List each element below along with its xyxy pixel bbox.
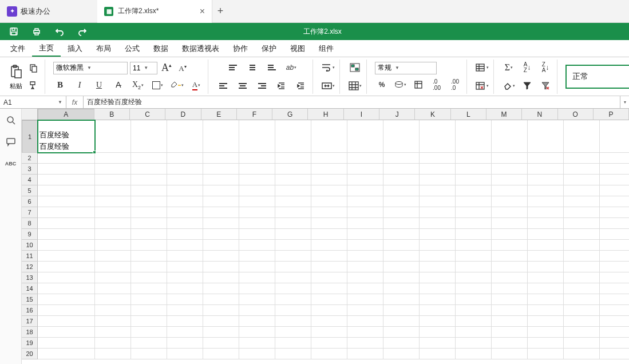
cell[interactable]: [528, 305, 564, 316]
cell[interactable]: [420, 327, 456, 338]
cell[interactable]: [95, 207, 131, 218]
cell[interactable]: [311, 251, 347, 262]
cell[interactable]: [131, 294, 167, 305]
cell[interactable]: [167, 175, 203, 185]
cell[interactable]: [456, 153, 492, 164]
cell[interactable]: [203, 196, 239, 207]
cell[interactable]: [600, 120, 629, 153]
row-header[interactable]: 12: [22, 262, 38, 272]
cell[interactable]: [167, 164, 203, 175]
save-icon[interactable]: [8, 26, 19, 37]
cell[interactable]: [275, 272, 311, 283]
cell[interactable]: [528, 229, 564, 240]
align-right-button[interactable]: [255, 79, 269, 93]
cell[interactable]: [311, 185, 347, 196]
cell[interactable]: [275, 196, 311, 207]
row-header[interactable]: 17: [22, 316, 38, 327]
cell[interactable]: [600, 349, 629, 359]
cell[interactable]: [456, 196, 492, 207]
spellcheck-icon[interactable]: ABC: [5, 158, 17, 169]
cell[interactable]: [95, 305, 131, 316]
cell[interactable]: [492, 120, 528, 153]
cell[interactable]: [383, 349, 420, 359]
cell[interactable]: [95, 272, 131, 283]
cell[interactable]: [239, 305, 275, 316]
cell[interactable]: [95, 349, 131, 359]
cell[interactable]: [95, 251, 131, 262]
cell[interactable]: [275, 240, 311, 251]
decrease-indent-button[interactable]: [275, 79, 288, 93]
cell[interactable]: [564, 283, 600, 294]
cell[interactable]: [528, 153, 564, 164]
increase-indent-button[interactable]: [294, 79, 308, 93]
cell[interactable]: [38, 338, 95, 349]
column-header[interactable]: K: [415, 109, 450, 120]
cell[interactable]: [167, 316, 203, 327]
document-tab[interactable]: ▦ 工作簿2.xlsx* ×: [97, 0, 212, 23]
row-header[interactable]: 19: [22, 338, 38, 349]
column-header[interactable]: I: [344, 109, 379, 120]
menu-item-7[interactable]: 协作: [226, 40, 255, 57]
cell[interactable]: [167, 207, 203, 218]
cell[interactable]: [131, 251, 167, 262]
cell[interactable]: [239, 283, 275, 294]
cell[interactable]: [95, 316, 131, 327]
cell[interactable]: [239, 294, 275, 305]
cell[interactable]: [203, 338, 239, 349]
cell[interactable]: [564, 338, 600, 349]
cell[interactable]: [492, 196, 528, 207]
sort-desc-button[interactable]: ZA↓: [539, 61, 552, 74]
cell[interactable]: [347, 240, 383, 251]
menu-item-3[interactable]: 布局: [89, 40, 118, 57]
strikethrough-button[interactable]: A̶: [112, 78, 125, 92]
cell[interactable]: [564, 196, 600, 207]
cell[interactable]: [456, 338, 492, 349]
cell[interactable]: [528, 283, 564, 294]
subscript-button[interactable]: X2▾: [131, 78, 145, 92]
cell[interactable]: [275, 229, 311, 240]
cell[interactable]: [275, 207, 311, 218]
formula-input[interactable]: 百度经验百度经验: [84, 96, 620, 108]
column-header[interactable]: A: [38, 109, 94, 120]
cell[interactable]: [203, 327, 239, 338]
cell[interactable]: [420, 175, 456, 185]
percent-button[interactable]: %: [375, 78, 389, 92]
row-header[interactable]: 15: [22, 294, 38, 305]
cell[interactable]: [38, 251, 95, 262]
cell[interactable]: [203, 175, 239, 185]
cell[interactable]: [420, 207, 456, 218]
cell[interactable]: [420, 294, 456, 305]
cell[interactable]: [528, 327, 564, 338]
menu-item-5[interactable]: 数据: [147, 40, 175, 57]
menu-item-4[interactable]: 公式: [118, 40, 147, 57]
cell[interactable]: [347, 164, 383, 175]
cell[interactable]: [564, 316, 600, 327]
cell[interactable]: [600, 240, 629, 251]
cell[interactable]: [131, 164, 167, 175]
cell[interactable]: [131, 283, 167, 294]
cell[interactable]: [564, 229, 600, 240]
cell[interactable]: [347, 305, 383, 316]
cell-style-normal[interactable]: 正常: [565, 65, 629, 89]
cell[interactable]: [311, 120, 347, 153]
cell[interactable]: [239, 349, 275, 359]
cell[interactable]: [239, 218, 275, 229]
cell[interactable]: [347, 185, 383, 196]
cell[interactable]: [456, 240, 492, 251]
cell[interactable]: [311, 153, 347, 164]
cell[interactable]: [239, 240, 275, 251]
cell[interactable]: [492, 316, 528, 327]
cell[interactable]: [131, 316, 167, 327]
cell[interactable]: [275, 294, 311, 305]
cell[interactable]: [492, 262, 528, 272]
align-bottom-button[interactable]: [265, 61, 279, 74]
cell[interactable]: [95, 327, 131, 338]
cell[interactable]: [383, 196, 420, 207]
cell[interactable]: [167, 240, 203, 251]
cell[interactable]: [203, 229, 239, 240]
column-header[interactable]: J: [379, 109, 415, 120]
cell[interactable]: [492, 349, 528, 359]
cell[interactable]: [600, 338, 629, 349]
cell[interactable]: [95, 175, 131, 185]
cell[interactable]: [528, 294, 564, 305]
